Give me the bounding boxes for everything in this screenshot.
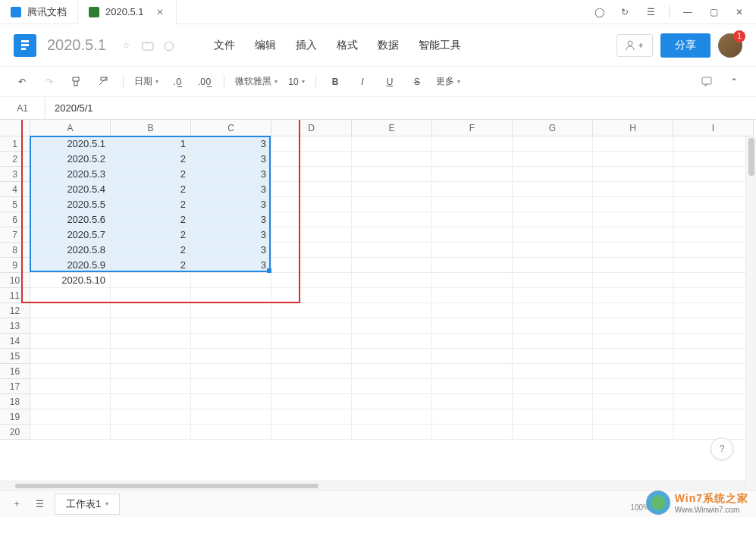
cell-F17[interactable] xyxy=(432,379,513,394)
all-sheets-icon[interactable]: ☰ xyxy=(32,497,47,512)
cell-D19[interactable] xyxy=(271,409,352,425)
cell-C6[interactable]: 3 xyxy=(191,212,271,227)
cell-G16[interactable] xyxy=(513,364,593,379)
cell-C9[interactable]: 3 xyxy=(191,258,271,273)
cell-I5[interactable] xyxy=(673,197,754,212)
cell-C19[interactable] xyxy=(191,409,271,425)
cell-B3[interactable]: 2 xyxy=(111,167,191,182)
cell-D15[interactable] xyxy=(271,349,352,364)
cell-C13[interactable] xyxy=(191,318,271,334)
cell-G13[interactable] xyxy=(513,318,593,334)
cell-I10[interactable] xyxy=(673,273,754,288)
cell-B16[interactable] xyxy=(111,364,191,379)
row-header-7[interactable]: 7 xyxy=(0,227,30,243)
share-button[interactable]: 分享 xyxy=(660,33,711,58)
cell-H5[interactable] xyxy=(593,197,673,212)
cell-G20[interactable] xyxy=(513,425,593,440)
cell-I2[interactable] xyxy=(673,152,754,167)
cell-G2[interactable] xyxy=(513,152,593,167)
cell-H8[interactable] xyxy=(593,243,673,258)
cell-F8[interactable] xyxy=(432,243,513,258)
cell-A14[interactable] xyxy=(30,334,111,349)
collapse-icon[interactable]: ⌃ xyxy=(726,72,742,92)
cell-I1[interactable] xyxy=(673,136,754,152)
folder-icon[interactable] xyxy=(141,39,155,52)
cell-E1[interactable] xyxy=(352,136,432,152)
cell-H12[interactable] xyxy=(593,303,673,318)
cell-B4[interactable]: 2 xyxy=(111,182,191,197)
col-header-F[interactable]: F xyxy=(432,120,513,136)
row-header-5[interactable]: 5 xyxy=(0,197,30,212)
cell-F15[interactable] xyxy=(432,349,513,364)
cell-F7[interactable] xyxy=(432,227,513,243)
cell-A18[interactable] xyxy=(30,394,111,409)
undo-icon[interactable]: ↶ xyxy=(14,72,30,92)
cell-D18[interactable] xyxy=(271,394,352,409)
cell-A7[interactable]: 2020.5.7 xyxy=(30,227,111,243)
history-icon[interactable]: ◯ xyxy=(591,5,607,20)
cell-G17[interactable] xyxy=(513,379,593,394)
row-header-12[interactable]: 12 xyxy=(0,303,30,318)
cell-G19[interactable] xyxy=(513,409,593,425)
menu-file[interactable]: 文件 xyxy=(214,39,235,52)
cell-C18[interactable] xyxy=(191,394,271,409)
menu-insert[interactable]: 插入 xyxy=(296,39,317,52)
col-header-D[interactable]: D xyxy=(271,120,352,136)
cell-D11[interactable] xyxy=(271,288,352,303)
col-header-H[interactable]: H xyxy=(593,120,673,136)
cell-D7[interactable] xyxy=(271,227,352,243)
cell-E2[interactable] xyxy=(352,152,432,167)
cell-A3[interactable]: 2020.5.3 xyxy=(30,167,111,182)
cell-A9[interactable]: 2020.5.9 xyxy=(30,258,111,273)
cell-F11[interactable] xyxy=(432,288,513,303)
cell-I17[interactable] xyxy=(673,379,754,394)
cell-G9[interactable] xyxy=(513,258,593,273)
maximize-icon[interactable]: ▢ xyxy=(706,5,721,20)
add-user-button[interactable]: + xyxy=(616,34,653,57)
cell-D3[interactable] xyxy=(271,167,352,182)
cell-D12[interactable] xyxy=(271,303,352,318)
cell-G11[interactable] xyxy=(513,288,593,303)
format-painter-icon[interactable] xyxy=(68,72,85,92)
cell-I3[interactable] xyxy=(673,167,754,182)
avatar[interactable]: 1 xyxy=(718,33,742,58)
cell-A6[interactable]: 2020.5.6 xyxy=(30,212,111,227)
cell-I9[interactable] xyxy=(673,258,754,273)
cell-D16[interactable] xyxy=(271,364,352,379)
cell-B6[interactable]: 2 xyxy=(111,212,191,227)
cell-D13[interactable] xyxy=(271,318,352,334)
col-header-A[interactable]: A xyxy=(30,120,111,136)
row-header-19[interactable]: 19 xyxy=(0,409,30,425)
cell-G5[interactable] xyxy=(513,197,593,212)
col-header-G[interactable]: G xyxy=(513,120,593,136)
cell-B14[interactable] xyxy=(111,334,191,349)
cell-F16[interactable] xyxy=(432,364,513,379)
add-sheet-icon[interactable]: ＋ xyxy=(9,497,24,512)
cell-B20[interactable] xyxy=(111,425,191,440)
formula-input[interactable]: 2020/5/1 xyxy=(45,102,756,114)
cell-I16[interactable] xyxy=(673,364,754,379)
cell-C20[interactable] xyxy=(191,425,271,440)
row-header-17[interactable]: 17 xyxy=(0,379,30,394)
cell-C8[interactable]: 3 xyxy=(191,243,271,258)
menu-data[interactable]: 数据 xyxy=(378,39,399,52)
cell-C3[interactable]: 3 xyxy=(191,167,271,182)
row-header-11[interactable]: 11 xyxy=(0,288,30,303)
cell-E5[interactable] xyxy=(352,197,432,212)
cell-A5[interactable]: 2020.5.5 xyxy=(30,197,111,212)
cell-F1[interactable] xyxy=(432,136,513,152)
cell-D1[interactable] xyxy=(271,136,352,152)
cell-C16[interactable] xyxy=(191,364,271,379)
document-title[interactable]: 2020.5.1 xyxy=(47,36,106,54)
cell-H7[interactable] xyxy=(593,227,673,243)
cell-A2[interactable]: 2020.5.2 xyxy=(30,152,111,167)
cell-B12[interactable] xyxy=(111,303,191,318)
cell-E19[interactable] xyxy=(352,409,432,425)
cell-B13[interactable] xyxy=(111,318,191,334)
number-format-dropdown[interactable]: 日期▾ xyxy=(134,72,158,92)
row-header-6[interactable]: 6 xyxy=(0,212,30,227)
select-all-corner[interactable] xyxy=(0,120,30,136)
cell-A17[interactable] xyxy=(30,379,111,394)
cell-B7[interactable]: 2 xyxy=(111,227,191,243)
cell-I20[interactable] xyxy=(673,425,754,440)
